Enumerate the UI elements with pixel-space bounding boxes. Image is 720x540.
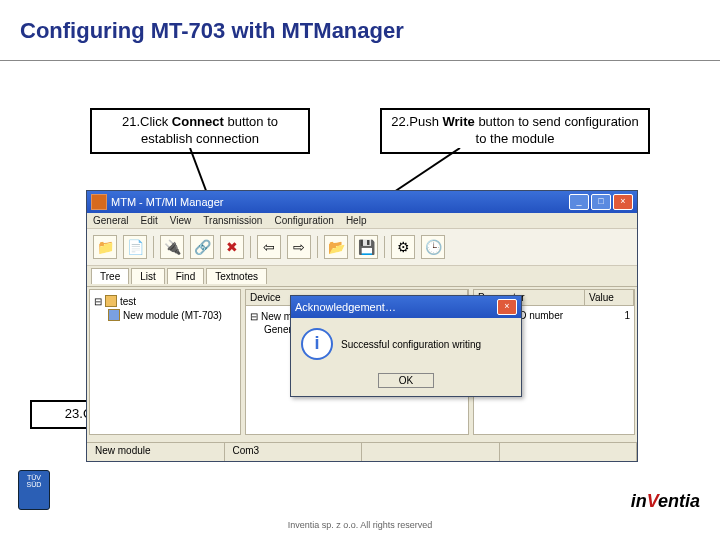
- tab-find[interactable]: Find: [167, 268, 204, 284]
- menu-general[interactable]: General: [93, 215, 129, 226]
- ack-dialog: Acknowledgement… × i Successful configur…: [290, 295, 522, 397]
- separator: [384, 236, 385, 258]
- folder-icon[interactable]: 📁: [93, 235, 117, 259]
- dialog-close-button[interactable]: ×: [497, 299, 517, 315]
- dialog-message: Successful configuration writing: [341, 339, 481, 350]
- connect-button[interactable]: 🔌: [160, 235, 184, 259]
- inventia-logo: inVentia: [631, 491, 700, 512]
- callout-22: 22.Push Write button to send configurati…: [380, 108, 650, 154]
- menu-transmission[interactable]: Transmission: [203, 215, 262, 226]
- disconnect-button[interactable]: 🔗: [190, 235, 214, 259]
- time-icon[interactable]: 🕒: [421, 235, 445, 259]
- status-port: Com3: [225, 443, 363, 461]
- param-value: 1: [624, 310, 630, 321]
- app-title: MTM - MT/MI Manager: [111, 196, 223, 208]
- save-icon[interactable]: 💾: [354, 235, 378, 259]
- info-icon: i: [301, 328, 333, 360]
- menubar: General Edit View Transmission Configura…: [87, 213, 637, 229]
- dialog-title: Acknowledgement…: [295, 301, 396, 313]
- toolbar: 📁 📄 🔌 🔗 ✖ ⇦ ⇨ 📂 💾 ⚙ 🕒: [87, 229, 637, 266]
- stop-button[interactable]: ✖: [220, 235, 244, 259]
- app-icon: [91, 194, 107, 210]
- open-icon[interactable]: 📂: [324, 235, 348, 259]
- callout-21: 21.Click Connect button to establish con…: [90, 108, 310, 154]
- footer: Inventia sp. z o.o. All rights reserved: [0, 520, 720, 530]
- status-d: [500, 443, 638, 461]
- minimize-button[interactable]: _: [569, 194, 589, 210]
- separator: [153, 236, 154, 258]
- write-button[interactable]: ⇨: [287, 235, 311, 259]
- new-icon[interactable]: 📄: [123, 235, 147, 259]
- tab-row: Tree List Find Textnotes: [87, 266, 637, 287]
- tree-pane[interactable]: ⊟test New module (MT-703): [89, 289, 241, 435]
- tuv-logo: TÜV SÜD: [18, 470, 50, 510]
- menu-edit[interactable]: Edit: [141, 215, 158, 226]
- read-button[interactable]: ⇦: [257, 235, 281, 259]
- tab-tree[interactable]: Tree: [91, 268, 129, 284]
- ok-button[interactable]: OK: [378, 373, 434, 388]
- separator: [250, 236, 251, 258]
- menu-help[interactable]: Help: [346, 215, 367, 226]
- statusbar: New module Com3: [87, 442, 637, 461]
- divider: [0, 60, 720, 61]
- maximize-button[interactable]: □: [591, 194, 611, 210]
- page-title: Configuring MT-703 with MTManager: [20, 18, 404, 44]
- value-header: Value: [585, 290, 634, 305]
- tab-textnotes[interactable]: Textnotes: [206, 268, 267, 284]
- status-module: New module: [87, 443, 225, 461]
- status-c: [362, 443, 500, 461]
- separator: [317, 236, 318, 258]
- defaults-icon[interactable]: ⚙: [391, 235, 415, 259]
- menu-configuration[interactable]: Configuration: [274, 215, 333, 226]
- close-button[interactable]: ×: [613, 194, 633, 210]
- tab-list[interactable]: List: [131, 268, 165, 284]
- app-titlebar[interactable]: MTM - MT/MI Manager _ □ ×: [87, 191, 637, 213]
- dialog-titlebar[interactable]: Acknowledgement… ×: [291, 296, 521, 318]
- menu-view[interactable]: View: [170, 215, 192, 226]
